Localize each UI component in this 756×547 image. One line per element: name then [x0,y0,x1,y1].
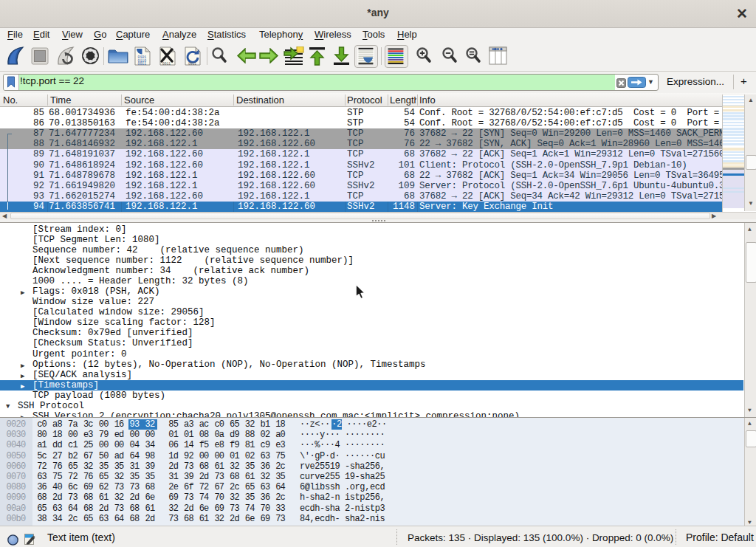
svg-text:0011: 0011 [188,62,196,66]
svg-text:0011: 0011 [162,62,171,66]
svg-text:0011: 0011 [138,62,147,66]
